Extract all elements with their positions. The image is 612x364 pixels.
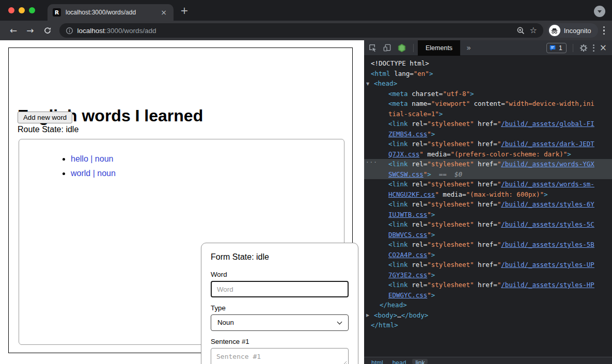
web-page: English words I learned Add new word Rou… [0, 40, 364, 364]
sentence-textarea-wrap [211, 348, 349, 364]
add-word-form: Form State: idle Word Type Noun Sentence… [201, 243, 358, 364]
line-options-dots[interactable]: ··· [366, 157, 378, 168]
word-label: Word [211, 271, 349, 278]
code-line[interactable]: IUJWTB.css"> [364, 210, 612, 220]
code-line[interactable]: <link rel="stylesheet" href="/build/_ass… [364, 179, 612, 189]
code-line[interactable]: <link rel="stylesheet" href="/build/_ass… [364, 219, 612, 230]
code-line[interactable]: <link rel="stylesheet" href="/build/_ass… [364, 280, 612, 290]
device-toolbar-icon[interactable] [383, 43, 391, 52]
add-new-word-button[interactable]: Add new word [18, 112, 72, 123]
form-state-text: Form State: idle [211, 252, 349, 262]
code-line[interactable]: ZEMBS4.css"> [364, 129, 612, 139]
breadcrumb-item-head[interactable]: head [389, 359, 410, 364]
code-line[interactable]: Q7JX.css" media="(prefers-color-scheme: … [364, 149, 612, 160]
expand-arrow-icon[interactable]: ▼ [366, 79, 374, 89]
code-line[interactable]: <link rel="stylesheet" href="/build/_ass… [364, 199, 612, 210]
sentence-textarea[interactable] [211, 349, 348, 364]
remix-favicon-icon: R [53, 8, 61, 17]
issues-count: 1 [559, 44, 562, 52]
chevron-down-icon [337, 320, 342, 325]
tab-close-icon[interactable]: × [159, 8, 168, 17]
code-line[interactable]: <link rel="stylesheet" href="/build/_ass… [364, 240, 612, 250]
toolbar-divider [573, 44, 573, 52]
code-line[interactable]: HCNGU2KF.css" media="(max-width: 600px)"… [364, 189, 612, 200]
browser-tab[interactable]: R localhost:3000/words/add × [48, 4, 174, 21]
words-list: hello | nounworld | noun [50, 154, 116, 183]
code-line[interactable]: <link rel="stylesheet" href="/build/_ass… [364, 260, 612, 270]
forward-button[interactable]: → [22, 26, 38, 35]
code-line[interactable]: <!DOCTYPE html> [364, 58, 612, 69]
devtools-close-icon[interactable]: × [600, 43, 607, 52]
type-label: Type [211, 304, 349, 312]
code-line[interactable]: </head> [364, 300, 612, 310]
chevron-down-icon [598, 10, 602, 13]
dom-breadcrumb: htmlheadlink [364, 357, 612, 364]
words-panel: hello | nounworld | noun Form State: idl… [19, 139, 344, 345]
code-line[interactable]: <link rel="stylesheet" href="/build/_ass… [364, 139, 612, 149]
code-line[interactable]: SWCSW.css"> == $0 [364, 169, 612, 180]
code-line[interactable]: ···<link rel="stylesheet" href="/build/_… [364, 159, 612, 169]
inspect-element-icon[interactable] [368, 43, 377, 52]
devtools-menu-button[interactable] [593, 44, 594, 52]
code-line[interactable]: DBWVCS.css"> [364, 230, 612, 240]
code-line[interactable]: CO2A4P.css"> [364, 250, 612, 260]
more-tabs-icon[interactable]: » [466, 43, 471, 53]
browser-menu-button[interactable] [603, 26, 605, 35]
window-close-button[interactable] [8, 7, 14, 13]
word-link[interactable]: hello | noun [71, 154, 113, 163]
window-zoom-button[interactable] [29, 7, 35, 13]
route-state-text: Route State: idle [18, 125, 79, 134]
resize-handle-icon[interactable] [342, 361, 347, 364]
code-line[interactable]: ▼<head> [364, 78, 612, 89]
code-line[interactable]: ▶<body>…</body> [364, 310, 612, 321]
settings-gear-icon[interactable] [579, 44, 588, 52]
word-link[interactable]: world | noun [71, 169, 116, 178]
code-line[interactable]: <html lang="en"> [364, 69, 612, 79]
page-info-icon[interactable] [66, 27, 73, 35]
address-bar[interactable]: localhost:3000/words/add ☆ [59, 23, 543, 38]
window-controls[interactable] [8, 7, 35, 13]
word-input[interactable] [211, 281, 349, 297]
word-item: world | noun [71, 169, 116, 178]
breadcrumb-item-html[interactable]: html [368, 359, 386, 364]
type-select-value: Noun [217, 319, 234, 326]
code-line[interactable]: <link rel="stylesheet" href="/build/_ass… [364, 119, 612, 129]
collapse-arrow-icon[interactable]: ▶ [366, 310, 374, 321]
incognito-icon [549, 25, 560, 36]
code-line[interactable]: <meta name="viewport" content="width=dev… [364, 99, 612, 109]
bookmark-star-icon[interactable]: ☆ [529, 26, 537, 35]
type-select[interactable]: Noun [211, 314, 349, 331]
word-item: hello | noun [71, 154, 116, 164]
code-line[interactable]: <meta charset="utf-8"> [364, 89, 612, 99]
zoom-icon[interactable] [516, 26, 525, 35]
code-line[interactable]: tial-scale=1"> [364, 109, 612, 119]
issues-message-icon [549, 44, 556, 52]
tab-elements[interactable]: Elements [418, 40, 460, 56]
reload-icon [43, 26, 52, 35]
new-tab-button[interactable]: + [180, 5, 189, 16]
incognito-label: Incognito [564, 27, 591, 35]
dom-tree: <!DOCTYPE html><html lang="en">▼<head><m… [364, 56, 612, 357]
back-button[interactable]: ← [5, 26, 22, 35]
code-line[interactable]: EDWGYC.css"> [364, 290, 612, 300]
browser-toolbar: ← → localhost:3000/words/add ☆ [0, 21, 612, 40]
url-host: localhost [77, 27, 105, 35]
breadcrumb-item-link[interactable]: link [412, 359, 428, 364]
window-minimize-button[interactable] [19, 7, 25, 13]
tab-title: localhost:3000/words/add [66, 9, 159, 16]
sentence-label: Sentence #1 [211, 338, 349, 345]
devtools-toolbar: Elements » 1 [364, 40, 612, 56]
tab-strip: R localhost:3000/words/add × + [0, 0, 612, 21]
code-line[interactable]: 7GY3E2.css"> [364, 270, 612, 280]
devtools-panel: Elements » 1 [364, 40, 612, 364]
url-path: :3000/words/add [105, 27, 156, 35]
node-hexagon-icon[interactable] [397, 43, 406, 53]
chrome-update-chevron-button[interactable] [594, 6, 605, 17]
code-line[interactable]: </html> [364, 320, 612, 330]
reload-button[interactable] [39, 26, 56, 35]
issues-counter[interactable]: 1 [546, 43, 567, 53]
toolbar-divider [413, 44, 414, 52]
incognito-badge: Incognito [547, 23, 598, 38]
